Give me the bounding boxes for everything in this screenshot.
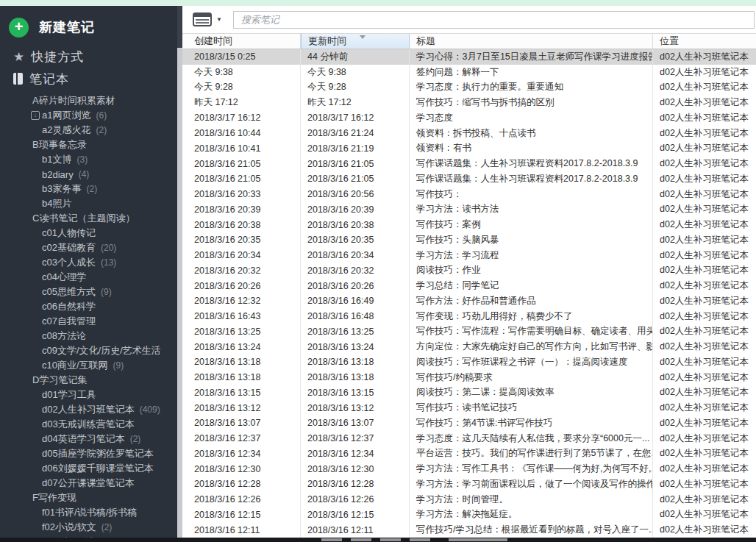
note-row[interactable]: 2018/3/16 21:05 2018/3/16 21:05 写作课话题集：人… xyxy=(182,171,756,187)
sidebar-notebook-item[interactable]: ↓ b4照片 xyxy=(0,196,182,211)
sidebar-notebook-item[interactable]: ↓ d07公开课课堂笔记本 xyxy=(0,476,182,491)
location-cell: d02人生补习班笔记本 xyxy=(653,477,756,492)
sidebar-notebook-item[interactable]: ↓ d04英语学习笔记本 (2) xyxy=(0,432,182,446)
sidebar-item-shortcuts[interactable]: ★ 快捷方式 xyxy=(0,46,182,68)
notebook-label: c07自我管理 xyxy=(42,315,96,328)
taskbar-segment xyxy=(410,538,430,541)
sidebar-notebook-item[interactable]: ↓ d02人生补习班笔记本 (409) xyxy=(0,402,182,417)
note-row[interactable]: 2018/3/16 20:39 2018/3/16 20:39 学习方法：读书方… xyxy=(182,202,756,218)
note-row[interactable]: 2018/3/16 13:18 2018/3/16 13:18 写作技巧/约稿要… xyxy=(182,370,756,385)
sidebar-notebook-item[interactable]: ↓ F写作变现 xyxy=(0,491,182,505)
view-switcher-button[interactable]: ▼ xyxy=(193,13,222,26)
note-row[interactable]: 2018/3/16 12:26 2018/3/16 12:26 学习方法：时间管… xyxy=(182,492,756,507)
sidebar-notebook-item[interactable]: ↓ c09文学/文化/历史/艺术生活 xyxy=(0,343,182,358)
note-row[interactable]: 2018/3/17 16:12 2018/3/17 16:12 学习态度 d02… xyxy=(182,110,756,126)
sidebar-notebook-item[interactable]: ↓ d03无戒训练营笔记本 xyxy=(0,417,182,432)
search-input[interactable] xyxy=(234,12,754,28)
sidebar-notebook-item[interactable]: ↓ b3家务事 (2) xyxy=(0,182,182,196)
sidebar-notebook-item[interactable]: ↓ f02小说/软文 (2) xyxy=(0,520,182,535)
note-row[interactable]: 2018/3/16 13:18 2018/3/16 13:18 阅读技巧：写作班… xyxy=(182,354,756,370)
sidebar-notebook-item[interactable]: ↓ a2灵感火花 (2) xyxy=(0,123,182,138)
location-cell: d02人生补习班笔记本 xyxy=(653,293,756,309)
note-row[interactable]: 今天 9:28 今天 9:28 学习态度：执行力的重要。重要通知 d02人生补习… xyxy=(182,80,756,96)
notebook-label: f01书评/说书稿/拆书稿 xyxy=(42,506,137,519)
sidebar-scrollbar-thumb[interactable] xyxy=(177,48,182,538)
column-header[interactable]: 标题 xyxy=(410,34,653,49)
sidebar-notebook-item[interactable]: ↓ c05思维方式 (9) xyxy=(0,285,182,299)
note-row[interactable]: 2018/3/16 16:43 2018/3/16 16:48 写作变现：巧劲儿… xyxy=(182,309,756,324)
sidebar-notebook-item[interactable]: ↓ c04心理学 xyxy=(0,270,182,285)
sidebar-notebook-item[interactable]: ↓ d06刘媛媛千聊课堂笔记本 xyxy=(0,461,182,476)
note-row[interactable]: 2018/3/16 13:25 2018/3/16 13:25 写作技巧：写作流… xyxy=(182,324,756,340)
note-row[interactable]: 2018/3/16 12:32 2018/3/16 16:49 写作方法：好作品… xyxy=(182,293,756,309)
sort-desc-icon xyxy=(360,35,365,39)
sidebar-notebook-item[interactable]: ↓ B琐事备忘录 xyxy=(0,138,182,152)
sidebar-notebook-item[interactable]: ↓ c08方法论 xyxy=(0,329,182,343)
note-row[interactable]: 2018/3/16 10:41 2018/3/16 21:19 领资料：有书 d… xyxy=(182,141,756,157)
sidebar-notebook-item[interactable]: ↓ d01学习工具 xyxy=(0,388,182,402)
column-header[interactable]: 更新时间 xyxy=(301,34,410,49)
notebook-label: c05思维方式 xyxy=(42,285,96,299)
note-row[interactable]: 2018/3/16 13:24 2018/3/16 13:24 方向定位：大家先… xyxy=(182,339,756,354)
notebook-count: (2) xyxy=(130,434,141,444)
sidebar-notebook-item[interactable]: ↓ c02基础教育 (20) xyxy=(0,240,182,255)
title-cell: 写作技巧：读书笔记技巧 xyxy=(410,400,653,416)
title-cell: 学习总结：同学笔记 xyxy=(410,278,653,293)
note-row[interactable]: 2018/3/16 13:07 2018/3/16 13:07 写作技巧：第4节… xyxy=(182,416,756,431)
note-table-header: 创建时间 更新时间 标题 位置 xyxy=(182,33,756,49)
column-header[interactable]: 位置 xyxy=(653,34,756,49)
note-row[interactable]: 2018/3/16 10:44 2018/3/16 21:24 领资料：拆书投稿… xyxy=(182,126,756,141)
sidebar-notebook-item[interactable]: ↓ d05插座学院粥佐罗笔记本 xyxy=(0,446,182,461)
note-row[interactable]: 2018/3/16 12:28 2018/3/16 12:28 学习方法：学习前… xyxy=(182,477,756,492)
updated-cell: 2018/3/16 16:48 xyxy=(301,309,410,324)
created-cell: 今天 9:38 xyxy=(182,65,301,80)
note-row[interactable]: 2018/3/16 12:15 2018/3/16 12:15 学习方法：解决拖… xyxy=(182,507,756,523)
sidebar-item-notebooks[interactable]: 笔记本 xyxy=(0,68,182,90)
location-cell: d02人生补习班笔记本 xyxy=(653,492,756,507)
title-cell: 平台运营：技巧。我们的写作课进行到了第5节课了，在您... xyxy=(410,446,653,462)
note-row[interactable]: 2018/3/16 20:32 2018/3/16 20:32 阅读技巧：作业 … xyxy=(182,263,756,279)
note-row[interactable]: 2018/3/16 20:38 2018/3/16 20:38 写作技巧：案例 … xyxy=(182,217,756,232)
sidebar-notebook-item[interactable]: ↓ A碎片时间积累素材 xyxy=(0,93,182,108)
sidebar-notebook-item[interactable]: ↓ c06自然科学 xyxy=(0,299,182,314)
note-row[interactable]: 2018/3/16 20:26 2018/3/16 20:26 学习总结：同学笔… xyxy=(182,278,756,293)
location-cell: d02人生补习班笔记本 xyxy=(653,126,756,141)
sidebar-notebook-item[interactable]: ↓ c03个人成长 (13) xyxy=(0,255,182,270)
sidebar-notebook-item[interactable]: ↓ C读书笔记（主题阅读） xyxy=(0,211,182,226)
sidebar-scrollbar-track[interactable] xyxy=(177,6,182,538)
created-cell: 2018/3/16 13:12 xyxy=(182,400,301,416)
sidebar-notebook-item[interactable]: ↓ f01书评/说书稿/拆书稿 xyxy=(0,505,182,520)
column-header[interactable]: 创建时间 xyxy=(182,34,301,49)
note-row[interactable]: 2018/3/16 12:30 2018/3/16 12:30 学习方法：写作工… xyxy=(182,461,756,477)
note-row[interactable]: 今天 9:38 今天 9:38 签约问题：解释一下 d02人生补习班笔记本 xyxy=(182,65,756,80)
notebook-label: f02小说/软文 xyxy=(42,521,96,534)
sidebar-notebook-item[interactable]: ↓ b2diary (4) xyxy=(0,167,182,182)
created-cell: 2018/3/16 20:33 xyxy=(182,187,301,202)
notebook-label: a1网页浏览 xyxy=(42,109,90,122)
location-cell: d02人生补习班笔记本 xyxy=(653,385,756,401)
note-row[interactable]: 2018/3/16 20:35 2018/3/16 20:35 写作技巧：头脑风… xyxy=(182,232,756,248)
sidebar-notebook-item[interactable]: ↓ a1网页浏览 (6) xyxy=(0,108,182,123)
note-row[interactable]: 昨天 17:12 昨天 17:12 写作技巧：缩写书与拆书搞的区别 d02人生补… xyxy=(182,95,756,110)
note-row[interactable]: 2018/3/16 13:15 2018/3/16 13:15 阅读技巧：第二课… xyxy=(182,385,756,401)
title-cell: 写作变现：巧劲儿用得好，稿费少不了 xyxy=(410,309,653,324)
sidebar-notebook-item[interactable]: ↓ D学习笔记集 xyxy=(0,373,182,388)
note-row[interactable]: 2018/3/16 13:12 2018/3/16 13:12 写作技巧：读书笔… xyxy=(182,400,756,416)
note-row[interactable]: 2018/3/16 12:11 2018/3/16 12:11 写作技巧/学习总… xyxy=(182,522,756,538)
note-row[interactable]: 2018/3/16 20:34 2018/3/16 20:34 学习方法：学习流… xyxy=(182,248,756,263)
note-row[interactable]: 2018/3/15 0:25 44 分钟前 学习心得：3月7日至15日凌晨土豆老… xyxy=(182,49,756,65)
notebook-label: B琐事备忘录 xyxy=(32,138,87,151)
note-row[interactable]: 2018/3/16 12:37 2018/3/16 12:37 学习态度：这几天… xyxy=(182,431,756,446)
sidebar-notebook-item[interactable]: ↓ b1文博 (3) xyxy=(0,152,182,167)
created-cell: 2018/3/16 21:05 xyxy=(182,171,301,187)
updated-cell: 2018/3/16 21:24 xyxy=(301,126,410,141)
sidebar-notebook-item[interactable]: ↓ c01人物传记 xyxy=(0,226,182,240)
new-note-button[interactable]: + 新建笔记 xyxy=(9,15,182,40)
notebook-count: (2) xyxy=(96,125,107,135)
title-cell: 学习方法：学习前面课程以后，做了一个阅读及写作的操作... xyxy=(410,477,653,492)
note-row[interactable]: 2018/3/16 20:33 2018/3/16 20:56 写作技巧： d0… xyxy=(182,187,756,202)
note-row[interactable]: 2018/3/16 12:34 2018/3/16 12:34 平台运营：技巧。… xyxy=(182,446,756,462)
sidebar-notebook-item[interactable]: ↓ c10商业/互联网 (9) xyxy=(0,358,182,373)
note-row[interactable]: 2018/3/16 21:05 2018/3/16 21:05 写作课话题集：人… xyxy=(182,156,756,171)
sidebar-notebook-item[interactable]: ↓ c07自我管理 xyxy=(0,314,182,329)
